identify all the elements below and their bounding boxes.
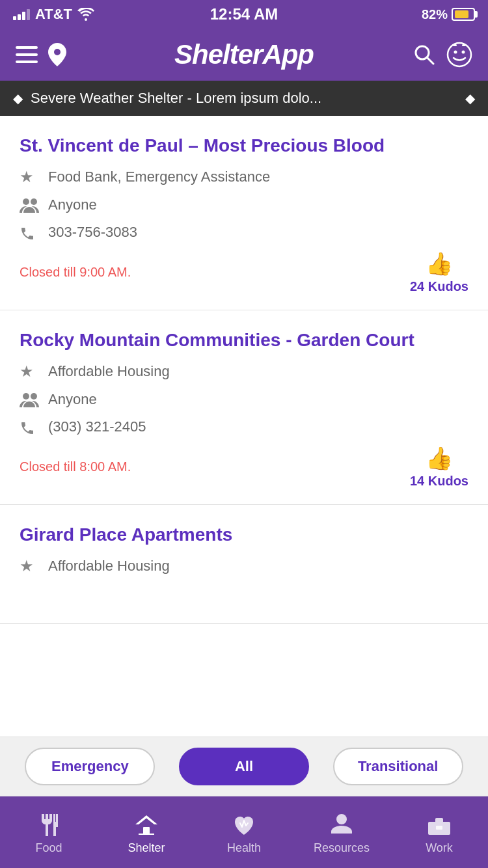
star-icon: ★ (20, 557, 39, 575)
battery-percent: 82% (422, 7, 448, 22)
svg-rect-16 (436, 826, 442, 830)
app-title: ShelterApp (174, 39, 314, 70)
filter-all-button[interactable]: All (179, 748, 309, 785)
svg-point-7 (462, 51, 465, 54)
assistant-button[interactable] (446, 42, 472, 68)
svg-point-10 (23, 198, 29, 205)
carrier-label: AT&T (35, 6, 72, 23)
thumbs-up-icon: 👍 (426, 251, 453, 277)
nav-item-work[interactable]: Work (390, 796, 488, 868)
svg-point-11 (31, 198, 37, 205)
wifi-icon (77, 8, 94, 21)
svg-rect-14 (143, 827, 150, 835)
nav-item-food[interactable]: Food (0, 796, 98, 868)
phone-icon (20, 223, 39, 241)
listing-name[interactable]: Rocky Mountain Communities - Garden Cour… (20, 329, 468, 352)
listing-category: Food Bank, Emergency Assistance (48, 169, 270, 185)
svg-point-5 (448, 43, 471, 66)
people-icon (20, 195, 39, 214)
svg-rect-1 (16, 53, 38, 56)
filter-transitional-button[interactable]: Transitional (333, 748, 463, 785)
svg-rect-8 (453, 44, 457, 46)
battery-icon (452, 8, 475, 21)
listing-status: Closed till 9:00 AM. (20, 265, 131, 280)
people-icon (20, 390, 39, 409)
svg-point-12 (23, 393, 29, 400)
phone-icon (20, 418, 39, 436)
filter-bar: Emergency All Transitional (0, 737, 488, 796)
status-time: 12:54 AM (210, 5, 278, 23)
nav-label-health: Health (227, 841, 261, 855)
nav-item-resources[interactable]: Resources (293, 796, 390, 868)
svg-line-4 (427, 57, 433, 64)
kudos-count: 14 Kudos (410, 474, 468, 489)
listings-container: St. Vincent de Paul – Most Precious Bloo… (0, 116, 488, 624)
listing-audience: Anyone (48, 391, 97, 408)
svg-rect-0 (16, 46, 38, 49)
location-button[interactable] (48, 43, 66, 66)
listing-item: St. Vincent de Paul – Most Precious Bloo… (0, 116, 488, 310)
listing-phone[interactable]: 303-756-3083 (48, 224, 137, 241)
filter-emergency-button[interactable]: Emergency (25, 748, 155, 785)
listing-name[interactable]: Girard Place Apartments (20, 523, 468, 547)
status-bar: AT&T 12:54 AM 82% (0, 0, 488, 29)
nav-item-shelter[interactable]: Shelter (98, 796, 195, 868)
food-icon (36, 809, 61, 837)
bottom-navigation: Food Shelter Health Resources (0, 796, 488, 868)
listing-name[interactable]: St. Vincent de Paul – Most Precious Bloo… (20, 134, 468, 157)
alert-banner[interactable]: ◆ Severe Weather Shelter - Lorem ipsum d… (0, 81, 488, 116)
nav-label-shelter: Shelter (128, 841, 165, 855)
nav-label-resources: Resources (314, 841, 370, 855)
thumbs-up-icon: 👍 (426, 445, 453, 471)
svg-rect-9 (462, 44, 466, 46)
nav-item-health[interactable]: Health (195, 796, 293, 868)
listing-audience: Anyone (48, 197, 97, 213)
kudos-count: 24 Kudos (410, 279, 468, 294)
signal-icon (13, 8, 30, 20)
svg-point-6 (454, 51, 457, 54)
diamond-right-icon: ◆ (465, 90, 475, 106)
listing-phone[interactable]: (303) 321-2405 (48, 418, 146, 435)
resources-icon (329, 809, 354, 837)
star-icon: ★ (20, 168, 39, 186)
search-button[interactable] (414, 44, 435, 65)
kudos-button[interactable]: 👍 24 Kudos (410, 251, 468, 294)
listing-item: Rocky Mountain Communities - Garden Cour… (0, 310, 488, 505)
diamond-left-icon: ◆ (13, 90, 23, 106)
listing-category: Affordable Housing (48, 363, 170, 380)
star-icon: ★ (20, 362, 39, 381)
shelter-icon (134, 809, 159, 837)
listing-status: Closed till 8:00 AM. (20, 459, 131, 474)
health-icon (232, 809, 256, 837)
app-header: ShelterApp (0, 29, 488, 81)
listing-item: Girard Place Apartments ★ Affordable Hou… (0, 505, 488, 624)
menu-button[interactable] (16, 46, 38, 63)
listing-category: Affordable Housing (48, 558, 170, 575)
nav-label-food: Food (35, 841, 62, 855)
svg-rect-2 (16, 61, 38, 63)
kudos-button[interactable]: 👍 14 Kudos (410, 445, 468, 489)
svg-point-13 (31, 393, 37, 400)
nav-label-work: Work (426, 841, 453, 855)
alert-text: Severe Weather Shelter - Lorem ipsum dol… (31, 90, 457, 107)
work-icon (427, 809, 452, 837)
